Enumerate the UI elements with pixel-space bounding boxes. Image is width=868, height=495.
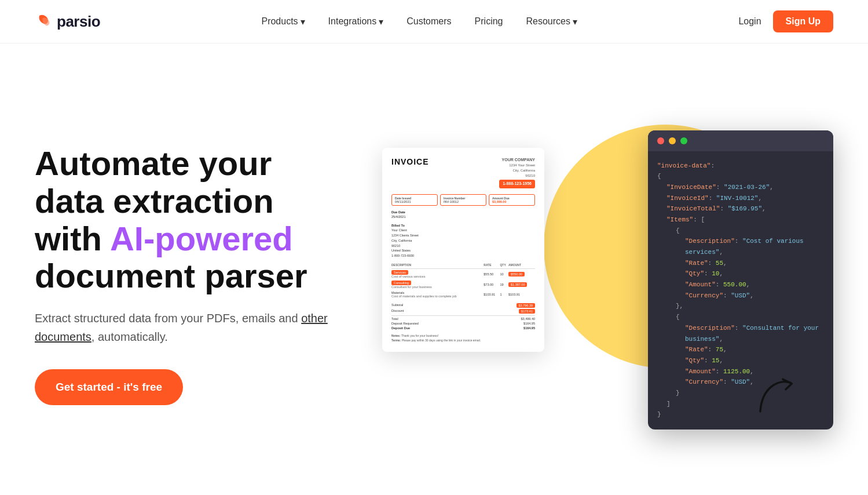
code-card: "invoice-data": { "InvoiceDate": "2021-0… — [648, 130, 833, 430]
invoice-totals: Subtotal $3,796.39 Discount $173.41 Tota… — [391, 303, 535, 330]
nav-resources[interactable]: Resources ▾ — [526, 16, 577, 27]
hero-left: Automate your data extraction with AI-po… — [35, 145, 371, 406]
hero-subtitle: Extract structured data from your PDFs, … — [35, 309, 371, 346]
signup-button[interactable]: Sign Up — [773, 10, 833, 32]
logo-text: parsio — [57, 13, 100, 31]
code-card-header — [648, 130, 833, 151]
arrow-decoration — [749, 370, 803, 424]
invoice-notes: Notes: Thank you for your business! Term… — [391, 334, 535, 343]
hero-right: INVOICE YOUR COMPANY 1234 Your Street Ci… — [371, 113, 833, 438]
nav-actions: Login Sign Up — [738, 10, 833, 32]
nav-products[interactable]: Products ▾ — [261, 16, 305, 27]
table-row: ConsultingConsultant for your business $… — [391, 279, 535, 290]
code-body: "invoice-data": { "InvoiceDate": "2021-0… — [648, 151, 833, 430]
table-row: MaterialsCost of materials and supplies … — [391, 290, 535, 299]
invoice-card: INVOICE YOUR COMPANY 1234 Your Street Ci… — [382, 148, 544, 352]
navbar: parsio Products ▾ Integrations ▾ Custome… — [0, 0, 868, 43]
table-row: ServicesCost of various services $55.50 … — [391, 269, 535, 280]
logo[interactable]: parsio — [35, 12, 100, 31]
chevron-down-icon: ▾ — [573, 16, 577, 27]
hero-title: Automate your data extraction with AI-po… — [35, 145, 371, 296]
chevron-down-icon: ▾ — [379, 16, 383, 27]
invoice-title: INVOICE — [391, 157, 429, 166]
chevron-down-icon: ▾ — [301, 16, 305, 27]
nav-links: Products ▾ Integrations ▾ Customers Pric… — [261, 16, 577, 27]
invoice-company: YOUR COMPANY 1234 Your Street City, Cali… — [499, 157, 535, 188]
nav-pricing[interactable]: Pricing — [475, 16, 503, 27]
nav-integrations[interactable]: Integrations ▾ — [328, 16, 384, 27]
window-dot-yellow — [669, 137, 676, 144]
window-dot-green — [680, 137, 687, 144]
window-dot-red — [657, 137, 664, 144]
invoice-table: DESCRIPTION RATE QTY AMOUNT ServicesCost… — [391, 263, 535, 299]
login-button[interactable]: Login — [738, 16, 761, 27]
logo-icon — [35, 12, 53, 31]
nav-customers[interactable]: Customers — [406, 16, 451, 27]
cta-button[interactable]: Get started - it's free — [35, 369, 183, 405]
invoice-billed: Billed To Your Client 1234 Clients Stree… — [391, 223, 535, 259]
hero-section: Automate your data extraction with AI-po… — [0, 43, 868, 495]
